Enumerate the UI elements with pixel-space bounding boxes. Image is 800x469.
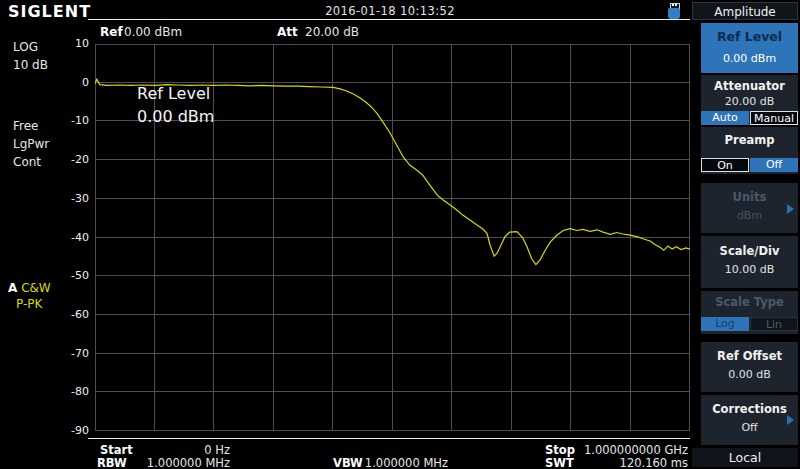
attenuator-button[interactable]: Attenuator 20.00 dB Auto Manual: [701, 75, 798, 125]
trace-status: A C&W: [8, 281, 51, 295]
menu-title: Amplitude: [692, 2, 798, 20]
attenuator-manual-option[interactable]: Manual: [750, 111, 798, 125]
y-axis-tick-labels: 100-10-20-30-40-50-60-70-80-90: [58, 44, 92, 431]
y-axis-tick-label: -80: [71, 385, 89, 398]
ref-level-button[interactable]: Ref Level 0.00 dBm: [701, 23, 798, 73]
submenu-arrow-icon: [787, 204, 794, 214]
y-axis-tick-label: -20: [71, 153, 89, 166]
trigger-indicator: Free: [13, 119, 38, 133]
ref-level-label: Ref: [100, 25, 123, 39]
y-axis-tick-label: -40: [71, 231, 89, 244]
attenuation-value: 20.00 dB: [305, 25, 359, 39]
units-button[interactable]: Units dBm: [701, 183, 798, 233]
y-axis-tick-label: -50: [71, 269, 89, 282]
stop-freq-label: Stop: [545, 443, 575, 457]
attenuator-auto-option[interactable]: Auto: [701, 111, 749, 125]
trace-mode-indicator: C&W: [21, 281, 51, 295]
stop-freq-value: 1.000000000 GHz: [580, 443, 688, 457]
softkey-menu: Amplitude Ref Level 0.00 dBm Attenuator …: [690, 0, 800, 469]
header-divider: [88, 19, 690, 20]
sweep-indicator: Cont: [13, 155, 41, 169]
submenu-arrow-icon: [787, 415, 794, 425]
power-indicator: LgPwr: [13, 137, 49, 151]
brand-logo: SIGLENT: [8, 2, 91, 21]
ref-offset-button[interactable]: Ref Offset 0.00 dB: [701, 342, 798, 392]
attenuation-label: Att: [277, 25, 298, 39]
y-axis-tick-label: 0: [82, 76, 89, 89]
preamp-button[interactable]: Preamp On Off: [701, 127, 798, 174]
scale-mode-indicator: LOG: [13, 40, 38, 54]
ref-level-value: 0.00 dBm: [124, 25, 182, 39]
datetime-display: 2016-01-18 10:13:52: [255, 4, 525, 18]
preamp-on-option[interactable]: On: [701, 158, 749, 172]
attenuator-mode-toggle: Auto Manual: [701, 111, 798, 125]
start-freq-label: Start: [100, 443, 133, 457]
analyzer-screen: SIGLENT 2016-01-18 10:13:52 Ref 0.00 dBm…: [0, 0, 800, 469]
scale-type-log-option[interactable]: Log: [701, 317, 749, 331]
rbw-label: RBW: [97, 456, 127, 469]
scale-div-indicator: 10 dB: [13, 58, 48, 72]
scale-type-lin-option[interactable]: Lin: [750, 317, 798, 331]
start-freq-value: 0 Hz: [140, 443, 230, 457]
vbw-value: 1.000000 MHz: [355, 456, 448, 469]
scale-div-button[interactable]: Scale/Div 10.00 dB: [701, 236, 798, 288]
local-button[interactable]: Local: [692, 448, 798, 467]
y-axis-tick-label: -70: [71, 347, 89, 360]
detector-indicator: P-PK: [16, 297, 42, 311]
footer-divider: [88, 438, 690, 439]
y-axis-tick-label: -10: [71, 114, 89, 127]
y-axis-tick-label: -60: [71, 308, 89, 321]
trace-letter: A: [8, 281, 17, 295]
y-axis-tick-label: -30: [71, 192, 89, 205]
preamp-off-option[interactable]: Off: [750, 158, 798, 172]
ref-level-annotation: Ref Level 0.00 dBm: [137, 82, 214, 128]
usb-icon: [668, 3, 680, 19]
swt-label: SWT: [545, 456, 574, 469]
y-axis-tick-label: -90: [71, 424, 89, 437]
corrections-button[interactable]: Corrections Off: [701, 395, 798, 445]
swt-value: 120.160 ms: [580, 456, 688, 469]
scale-type-button[interactable]: Scale Type Log Lin: [701, 291, 798, 334]
y-axis-tick-label: 10: [75, 37, 89, 50]
preamp-toggle: On Off: [701, 158, 798, 172]
scale-type-toggle: Log Lin: [701, 317, 798, 331]
rbw-value: 1.000000 MHz: [140, 456, 230, 469]
